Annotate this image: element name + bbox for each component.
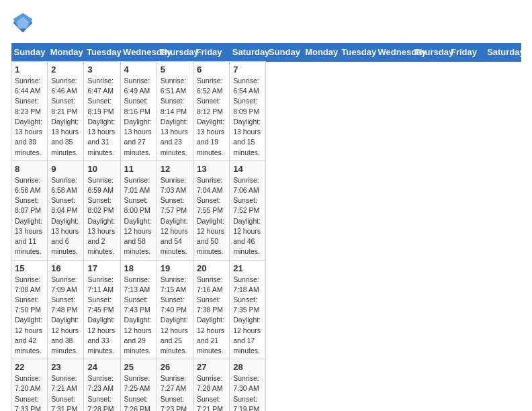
col-header-tuesday: Tuesday: [339, 43, 375, 62]
day-number: 16: [51, 263, 80, 273]
day-info: Sunrise: 7:15 AMSunset: 7:40 PMDaylight:…: [161, 275, 189, 357]
day-info: Sunrise: 7:06 AMSunset: 7:52 PMDaylight:…: [233, 175, 262, 257]
col-header-saturday: Saturday: [484, 43, 521, 62]
col-header-wednesday: Wednesday: [375, 43, 412, 62]
col-header-thursday: Thursday: [157, 43, 193, 62]
day-number: 23: [51, 362, 80, 372]
col-header-friday: Friday: [193, 43, 230, 62]
calendar-cell: 16 Sunrise: 7:09 AMSunset: 7:48 PMDaylig…: [48, 260, 84, 359]
day-info: Sunrise: 6:54 AMSunset: 8:09 PMDaylight:…: [233, 76, 262, 158]
day-number: 1: [15, 64, 44, 75]
calendar-cell: 1 Sunrise: 6:44 AMSunset: 8:23 PMDayligh…: [11, 62, 48, 161]
day-number: 10: [87, 164, 116, 174]
day-number: 7: [233, 64, 262, 75]
day-info: Sunrise: 7:03 AMSunset: 7:57 PMDaylight:…: [161, 175, 189, 257]
day-info: Sunrise: 7:27 AMSunset: 7:23 PMDaylight:…: [161, 373, 189, 411]
calendar-cell: 27 Sunrise: 7:28 AMSunset: 7:21 PMDaylig…: [193, 359, 230, 411]
calendar-cell: 8 Sunrise: 6:56 AMSunset: 8:07 PMDayligh…: [11, 161, 48, 260]
day-info: Sunrise: 7:23 AMSunset: 7:28 PMDaylight:…: [87, 373, 116, 411]
calendar-cell: 17 Sunrise: 7:11 AMSunset: 7:45 PMDaylig…: [84, 260, 120, 359]
day-info: Sunrise: 7:20 AMSunset: 7:33 PMDaylight:…: [15, 373, 44, 411]
logo-icon: [11, 11, 35, 35]
day-number: 15: [15, 263, 44, 273]
calendar-cell: 13 Sunrise: 7:04 AMSunset: 7:55 PMDaylig…: [193, 161, 230, 260]
day-number: 26: [161, 362, 189, 372]
calendar-cell: 3 Sunrise: 6:47 AMSunset: 8:19 PMDayligh…: [84, 62, 120, 161]
calendar-cell: 6 Sunrise: 6:52 AMSunset: 8:12 PMDayligh…: [193, 62, 230, 161]
day-info: Sunrise: 7:01 AMSunset: 8:00 PMDaylight:…: [124, 175, 153, 257]
calendar-cell: 20 Sunrise: 7:16 AMSunset: 7:38 PMDaylig…: [193, 260, 230, 359]
day-number: 20: [197, 263, 226, 273]
day-number: 13: [197, 164, 226, 174]
calendar-cell: 18 Sunrise: 7:13 AMSunset: 7:43 PMDaylig…: [120, 260, 157, 359]
col-header-sunday: Sunday: [11, 43, 48, 62]
logo: [11, 11, 39, 35]
col-header-thursday: Thursday: [412, 43, 448, 62]
day-info: Sunrise: 7:28 AMSunset: 7:21 PMDaylight:…: [197, 373, 226, 411]
day-info: Sunrise: 7:04 AMSunset: 7:55 PMDaylight:…: [197, 175, 226, 257]
day-info: Sunrise: 6:47 AMSunset: 8:19 PMDaylight:…: [87, 76, 116, 158]
day-number: 9: [51, 164, 80, 174]
day-info: Sunrise: 7:30 AMSunset: 7:19 PMDaylight:…: [233, 373, 262, 411]
day-info: Sunrise: 6:59 AMSunset: 8:02 PMDaylight:…: [87, 175, 116, 257]
calendar-cell: 11 Sunrise: 7:01 AMSunset: 8:00 PMDaylig…: [120, 161, 157, 260]
calendar-week-3: 15 Sunrise: 7:08 AMSunset: 7:50 PMDaylig…: [11, 260, 521, 359]
calendar-cell: 24 Sunrise: 7:23 AMSunset: 7:28 PMDaylig…: [84, 359, 120, 411]
calendar-cell: 2 Sunrise: 6:46 AMSunset: 8:21 PMDayligh…: [48, 62, 84, 161]
calendar-cell: 12 Sunrise: 7:03 AMSunset: 7:57 PMDaylig…: [157, 161, 193, 260]
calendar-cell: 5 Sunrise: 6:51 AMSunset: 8:14 PMDayligh…: [157, 62, 193, 161]
day-number: 25: [124, 362, 153, 372]
day-info: Sunrise: 7:21 AMSunset: 7:31 PMDaylight:…: [51, 373, 80, 411]
day-number: 6: [197, 64, 226, 75]
day-number: 8: [15, 164, 44, 174]
col-header-tuesday: Tuesday: [84, 43, 120, 62]
day-number: 19: [161, 263, 189, 273]
day-number: 11: [124, 164, 153, 174]
col-header-monday: Monday: [48, 43, 84, 62]
calendar-cell: 21 Sunrise: 7:18 AMSunset: 7:35 PMDaylig…: [230, 260, 266, 359]
calendar-cell: 23 Sunrise: 7:21 AMSunset: 7:31 PMDaylig…: [48, 359, 84, 411]
day-info: Sunrise: 6:52 AMSunset: 8:12 PMDaylight:…: [197, 76, 226, 158]
calendar-cell: 7 Sunrise: 6:54 AMSunset: 8:09 PMDayligh…: [230, 62, 266, 161]
day-info: Sunrise: 7:18 AMSunset: 7:35 PMDaylight:…: [233, 275, 262, 357]
day-number: 17: [87, 263, 116, 273]
calendar-cell: 14 Sunrise: 7:06 AMSunset: 7:52 PMDaylig…: [230, 161, 266, 260]
day-info: Sunrise: 6:56 AMSunset: 8:07 PMDaylight:…: [15, 175, 44, 257]
day-info: Sunrise: 7:11 AMSunset: 7:45 PMDaylight:…: [87, 275, 116, 357]
day-info: Sunrise: 7:25 AMSunset: 7:26 PMDaylight:…: [124, 373, 153, 411]
day-number: 18: [124, 263, 153, 273]
calendar-cell: 4 Sunrise: 6:49 AMSunset: 8:16 PMDayligh…: [120, 62, 157, 161]
day-info: Sunrise: 6:44 AMSunset: 8:23 PMDaylight:…: [15, 76, 44, 158]
calendar-cell: 9 Sunrise: 6:58 AMSunset: 8:04 PMDayligh…: [48, 161, 84, 260]
day-number: 24: [87, 362, 116, 372]
day-number: 5: [161, 64, 189, 75]
calendar-cell: 25 Sunrise: 7:25 AMSunset: 7:26 PMDaylig…: [120, 359, 157, 411]
calendar-week-1: 1 Sunrise: 6:44 AMSunset: 8:23 PMDayligh…: [11, 62, 521, 161]
day-info: Sunrise: 6:51 AMSunset: 8:14 PMDaylight:…: [161, 76, 189, 158]
calendar-cell: 10 Sunrise: 6:59 AMSunset: 8:02 PMDaylig…: [84, 161, 120, 260]
day-number: 28: [233, 362, 262, 372]
calendar-cell: 26 Sunrise: 7:27 AMSunset: 7:23 PMDaylig…: [157, 359, 193, 411]
calendar-header-row: SundayMondayTuesdayWednesdayThursdayFrid…: [11, 43, 521, 62]
col-header-wednesday: Wednesday: [120, 43, 157, 62]
day-info: Sunrise: 7:13 AMSunset: 7:43 PMDaylight:…: [124, 275, 153, 357]
col-header-saturday: Saturday: [230, 43, 266, 62]
col-header-monday: Monday: [302, 43, 339, 62]
calendar-week-4: 22 Sunrise: 7:20 AMSunset: 7:33 PMDaylig…: [11, 359, 521, 411]
calendar-week-2: 8 Sunrise: 6:56 AMSunset: 8:07 PMDayligh…: [11, 161, 521, 260]
day-info: Sunrise: 7:09 AMSunset: 7:48 PMDaylight:…: [51, 275, 80, 357]
day-number: 12: [161, 164, 189, 174]
calendar-cell: 28 Sunrise: 7:30 AMSunset: 7:19 PMDaylig…: [230, 359, 266, 411]
day-info: Sunrise: 6:46 AMSunset: 8:21 PMDaylight:…: [51, 76, 80, 158]
day-info: Sunrise: 7:16 AMSunset: 7:38 PMDaylight:…: [197, 275, 226, 357]
day-info: Sunrise: 7:08 AMSunset: 7:50 PMDaylight:…: [15, 275, 44, 357]
day-info: Sunrise: 6:58 AMSunset: 8:04 PMDaylight:…: [51, 175, 80, 257]
col-header-sunday: Sunday: [266, 43, 302, 62]
calendar-table: SundayMondayTuesdayWednesdayThursdayFrid…: [11, 43, 521, 411]
day-number: 22: [15, 362, 44, 372]
day-number: 4: [124, 64, 153, 75]
page-header: [11, 11, 521, 35]
calendar-cell: 19 Sunrise: 7:15 AMSunset: 7:40 PMDaylig…: [157, 260, 193, 359]
calendar-cell: 22 Sunrise: 7:20 AMSunset: 7:33 PMDaylig…: [11, 359, 48, 411]
day-number: 21: [233, 263, 262, 273]
